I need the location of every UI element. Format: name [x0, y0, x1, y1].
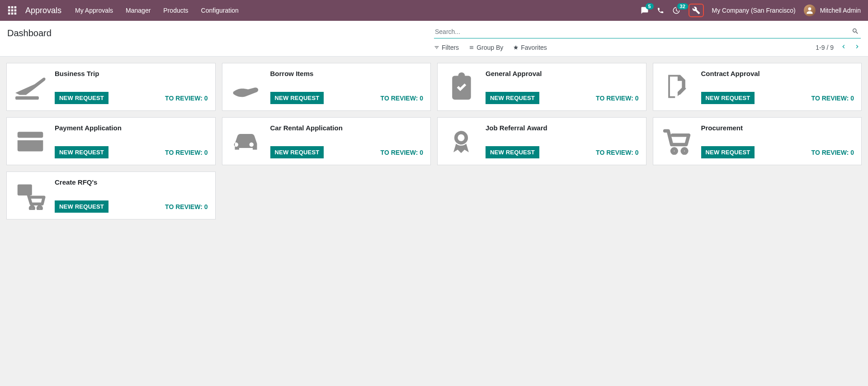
- svg-point-13: [458, 134, 464, 141]
- nav-right: 5 32 My Company (San Francisco) Mitchell…: [641, 4, 861, 17]
- activity-icon[interactable]: 32: [672, 6, 680, 14]
- chevron-left-icon: [840, 43, 847, 50]
- phone-icon[interactable]: [657, 7, 664, 14]
- to-review-link[interactable]: TO REVIEW: 0: [165, 149, 208, 156]
- approval-card: Create RFQ'sNEW REQUESTTO REVIEW: 0: [6, 172, 216, 219]
- to-review-link[interactable]: TO REVIEW: 0: [596, 95, 638, 102]
- nav-configuration[interactable]: Configuration: [201, 7, 239, 14]
- card-title: Procurement: [701, 124, 854, 132]
- to-review-link[interactable]: TO REVIEW: 0: [811, 149, 854, 156]
- svg-point-9: [808, 7, 811, 10]
- svg-rect-10: [15, 96, 39, 100]
- app-title[interactable]: Approvals: [25, 6, 61, 15]
- chevron-right-icon: [854, 43, 861, 50]
- user-menu[interactable]: Mitchell Admin: [804, 5, 861, 16]
- nav-manager[interactable]: Manager: [126, 7, 151, 14]
- new-request-button[interactable]: NEW REQUEST: [270, 146, 324, 158]
- pager-next[interactable]: [854, 43, 861, 52]
- nav-products[interactable]: Products: [163, 7, 188, 14]
- apps-icon[interactable]: [7, 5, 17, 15]
- kanban-view: Business TripNEW REQUESTTO REVIEW: 0Borr…: [0, 57, 868, 226]
- card-title: Borrow Items: [270, 70, 424, 77]
- to-review-link[interactable]: TO REVIEW: 0: [165, 95, 208, 102]
- pager: 1-9 / 9: [816, 43, 861, 52]
- new-request-button[interactable]: NEW REQUEST: [701, 146, 755, 158]
- filter-icon: [434, 45, 439, 50]
- card-title: Car Rental Application: [270, 124, 424, 132]
- new-request-button[interactable]: NEW REQUEST: [55, 92, 108, 104]
- card-icon: [12, 178, 48, 212]
- avatar: [804, 5, 816, 16]
- new-request-button[interactable]: NEW REQUEST: [270, 92, 324, 104]
- to-review-link[interactable]: TO REVIEW: 0: [381, 95, 423, 102]
- card-title: Contract Approval: [701, 70, 854, 77]
- to-review-link[interactable]: TO REVIEW: 0: [596, 149, 638, 156]
- favorites-button[interactable]: Favorites: [513, 44, 547, 51]
- pager-prev[interactable]: [840, 43, 847, 52]
- approval-card: Borrow ItemsNEW REQUESTTO REVIEW: 0: [222, 63, 431, 111]
- search-button[interactable]: [850, 26, 861, 38]
- approval-card: ProcurementNEW REQUESTTO REVIEW: 0: [653, 117, 862, 165]
- debug-tools-icon[interactable]: [689, 4, 704, 17]
- messages-badge: 5: [646, 3, 654, 10]
- svg-rect-7: [11, 13, 14, 15]
- to-review-link[interactable]: TO REVIEW: 0: [165, 203, 208, 210]
- approval-card: Contract ApprovalNEW REQUESTTO REVIEW: 0: [653, 63, 862, 111]
- svg-rect-6: [8, 13, 10, 15]
- approval-card: Job Referral AwardNEW REQUESTTO REVIEW: …: [437, 117, 646, 165]
- new-request-button[interactable]: NEW REQUEST: [486, 146, 539, 158]
- star-icon: [513, 45, 519, 50]
- card-title: Business Trip: [55, 70, 208, 77]
- search-input[interactable]: [434, 25, 850, 38]
- new-request-button[interactable]: NEW REQUEST: [701, 92, 755, 104]
- card-title: Payment Application: [55, 124, 208, 132]
- svg-rect-1: [11, 6, 14, 9]
- svg-rect-3: [8, 10, 10, 12]
- messaging-icon[interactable]: 5: [641, 6, 649, 14]
- card-icon: [228, 124, 264, 157]
- new-request-button[interactable]: NEW REQUEST: [55, 200, 108, 213]
- search-bar: [434, 25, 861, 38]
- svg-rect-0: [8, 6, 10, 9]
- card-icon: [228, 70, 264, 103]
- page-title: Dashboard: [7, 25, 434, 38]
- pager-text[interactable]: 1-9 / 9: [816, 44, 834, 51]
- card-title: Job Referral Award: [486, 124, 639, 132]
- approval-card: General ApprovalNEW REQUESTTO REVIEW: 0: [437, 63, 646, 111]
- groupby-button[interactable]: Group By: [469, 44, 503, 51]
- card-icon: [12, 70, 48, 103]
- card-title: Create RFQ's: [55, 178, 208, 186]
- nav-menu: My Approvals Manager Products Configurat…: [75, 7, 641, 14]
- to-review-link[interactable]: TO REVIEW: 0: [811, 95, 854, 102]
- search-icon: [852, 28, 859, 35]
- nav-my-approvals[interactable]: My Approvals: [75, 7, 113, 14]
- svg-rect-8: [14, 13, 17, 15]
- card-icon: [443, 70, 479, 103]
- card-icon: [12, 124, 48, 157]
- company-switcher[interactable]: My Company (San Francisco): [712, 7, 796, 14]
- approval-card: Car Rental ApplicationNEW REQUESTTO REVI…: [222, 117, 431, 165]
- card-icon: [659, 124, 695, 157]
- search-options: Filters Group By Favorites 1-9 / 9: [434, 43, 861, 52]
- svg-rect-4: [11, 10, 14, 12]
- new-request-button[interactable]: NEW REQUEST: [55, 146, 108, 158]
- approval-card: Business TripNEW REQUESTTO REVIEW: 0: [6, 63, 216, 111]
- new-request-button[interactable]: NEW REQUEST: [486, 92, 539, 104]
- control-panel: Dashboard Filters Group By: [0, 21, 868, 57]
- svg-rect-5: [14, 10, 17, 12]
- card-icon: [659, 70, 695, 103]
- approval-card: Payment ApplicationNEW REQUESTTO REVIEW:…: [6, 117, 216, 165]
- card-title: General Approval: [486, 70, 639, 77]
- svg-rect-11: [18, 132, 43, 138]
- to-review-link[interactable]: TO REVIEW: 0: [381, 149, 423, 156]
- card-icon: [443, 124, 479, 157]
- filters-button[interactable]: Filters: [434, 44, 459, 51]
- list-icon: [469, 45, 474, 50]
- user-name: Mitchell Admin: [820, 7, 861, 14]
- main-navbar: Approvals My Approvals Manager Products …: [0, 0, 868, 21]
- activity-badge: 32: [677, 3, 688, 10]
- svg-rect-2: [14, 6, 17, 9]
